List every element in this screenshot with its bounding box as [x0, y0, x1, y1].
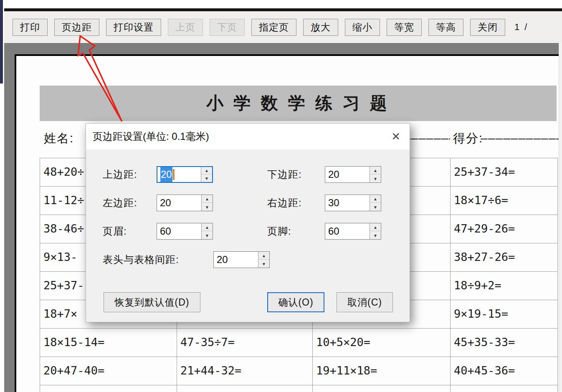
worksheet-title-banner: 小 学 数 学 练 习 题 [40, 86, 557, 121]
table-cell: 18×15-14= [40, 329, 177, 357]
fit-width-button[interactable]: 等宽 [387, 19, 422, 36]
window-edge-strip [559, 43, 562, 392]
next-page-button: 下页 [210, 19, 245, 36]
top-margin-label: 上边距: [103, 166, 137, 183]
right-margin-label: 右边距: [267, 195, 302, 211]
name-label: 姓名: [44, 130, 74, 147]
header-input[interactable]: 60 [157, 223, 201, 239]
footer-input[interactable]: 60 [325, 223, 370, 239]
bottom-margin-input[interactable]: 20 [325, 167, 370, 182]
page-indicator: 1 / [514, 22, 528, 33]
text-caret [173, 169, 175, 180]
table-gap-label: 表头与表格间距: [103, 251, 179, 268]
table-gap-spinner[interactable]: 20 ▲▼ [213, 251, 270, 268]
left-margin-input[interactable]: 20 [157, 195, 201, 211]
toolbar: 打印 页边距 打印设置 上页 下页 指定页 放大 缩小 等宽 等高 关闭 1 / [4, 11, 562, 43]
table-cell: 25+37-34= [451, 158, 558, 187]
bottom-margin-spinner[interactable]: 20 ▲▼ [325, 166, 381, 183]
background-window-edge [0, 0, 3, 83]
spin-down-icon[interactable]: ▼ [370, 203, 381, 211]
table-cell [313, 385, 451, 392]
spin-up-icon[interactable]: ▲ [370, 223, 381, 231]
spin-down-icon[interactable]: ▼ [202, 203, 213, 211]
table-cell: 45+35-33= [451, 329, 558, 357]
footer-spinner[interactable]: 60 ▲▼ [325, 223, 381, 240]
table-cell: 21+44-32= [177, 357, 313, 385]
restore-defaults-button[interactable]: 恢复到默认值(D) [104, 292, 200, 312]
footer-label: 页脚: [267, 223, 291, 240]
spin-up-icon[interactable]: ▲ [202, 195, 213, 203]
table-cell [177, 385, 313, 392]
spin-down-icon[interactable]: ▼ [201, 175, 212, 182]
page-margin-dialog: 页边距设置(单位: 0.1毫米) ✕ 上边距: 20 ▲▼ 下边距: 20 ▲▼… [86, 123, 410, 322]
top-margin-input[interactable]: 20 [157, 167, 201, 182]
table-gap-input[interactable]: 20 [214, 252, 258, 268]
table-cell: 18÷9+2= [451, 272, 558, 300]
goto-page-button[interactable]: 指定页 [251, 19, 296, 36]
table-cell [451, 385, 558, 392]
close-button[interactable]: 关闭 [470, 19, 505, 36]
page-margin-button[interactable]: 页边距 [54, 19, 99, 36]
left-margin-label: 左边距: [103, 195, 137, 211]
table-cell: 18×17÷6= [451, 187, 558, 215]
zoom-in-button[interactable]: 放大 [303, 19, 338, 36]
table-cell: 19+11×18= [313, 357, 451, 385]
table-cell: 47+29-26= [451, 215, 558, 243]
bottom-margin-label: 下边距: [267, 166, 302, 183]
spin-up-icon[interactable]: ▲ [201, 167, 212, 175]
table-cell [40, 385, 177, 392]
print-settings-button[interactable]: 打印设置 [106, 19, 161, 36]
zoom-out-button[interactable]: 缩小 [345, 19, 380, 36]
window-top-divider [4, 8, 562, 11]
spin-down-icon[interactable]: ▼ [370, 175, 381, 182]
table-cell: 10+5×20= [313, 329, 451, 357]
table-cell: 9×19-15= [451, 300, 558, 329]
spin-down-icon[interactable]: ▼ [258, 260, 269, 268]
spin-up-icon[interactable]: ▲ [258, 252, 269, 260]
score-blank-line: _______________ [481, 126, 562, 144]
spin-down-icon[interactable]: ▼ [202, 231, 213, 239]
table-cell: 47-35÷7= [177, 329, 313, 357]
spin-down-icon[interactable]: ▼ [370, 231, 381, 239]
spin-up-icon[interactable]: ▲ [370, 195, 381, 203]
score-label: 得分: [453, 130, 483, 147]
right-margin-spinner[interactable]: 30 ▲▼ [325, 195, 381, 211]
spin-up-icon[interactable]: ▲ [202, 223, 213, 231]
header-label: 页眉: [103, 223, 127, 240]
header-spinner[interactable]: 60 ▲▼ [157, 223, 213, 240]
fit-height-button[interactable]: 等高 [428, 19, 463, 36]
cancel-button[interactable]: 取消(C) [337, 292, 393, 312]
ok-button[interactable]: 确认(O) [267, 292, 324, 312]
close-icon[interactable]: ✕ [391, 124, 400, 149]
left-margin-spinner[interactable]: 20 ▲▼ [157, 195, 213, 211]
dialog-titlebar[interactable]: 页边距设置(单位: 0.1毫米) ✕ [86, 124, 410, 149]
spin-up-icon[interactable]: ▲ [370, 167, 381, 175]
previous-page-button: 上页 [168, 19, 203, 36]
top-margin-spinner[interactable]: 20 ▲▼ [157, 166, 213, 183]
dialog-title: 页边距设置(单位: 0.1毫米) [93, 124, 209, 149]
right-margin-input[interactable]: 30 [325, 195, 370, 211]
table-cell: 38+27-26= [451, 243, 558, 272]
print-button[interactable]: 打印 [13, 19, 48, 36]
table-cell: 20+47-40= [40, 357, 177, 385]
table-cell: 40+45-36= [451, 357, 558, 385]
worksheet-title: 小 学 数 学 练 习 题 [206, 92, 390, 115]
